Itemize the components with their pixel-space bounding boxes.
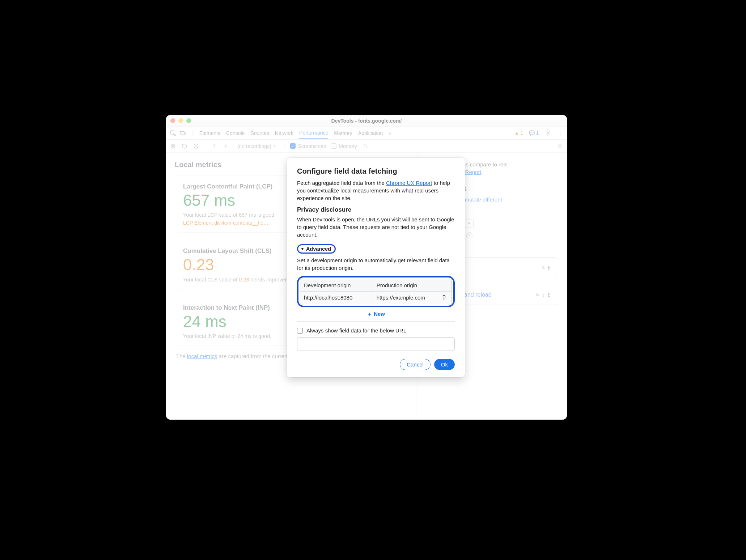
recording-selector[interactable]: (no recordings) ▾	[234, 142, 279, 150]
prod-origin-cell[interactable]: https://example.com	[373, 292, 437, 304]
settings-gear-icon[interactable]	[544, 130, 551, 136]
col-dev-origin: Development origin	[300, 279, 373, 292]
advanced-toggle[interactable]: ▼ Advanced	[297, 244, 336, 254]
garbage-collect-icon[interactable]	[362, 143, 369, 149]
origin-mapping-table: Development origin Production origin htt…	[300, 279, 452, 304]
tab-elements[interactable]: Elements	[199, 130, 220, 136]
col-actions	[436, 279, 452, 292]
dev-origin-cell[interactable]: http://localhost:8080	[300, 292, 373, 304]
advanced-description: Set a development origin to automaticall…	[297, 256, 455, 272]
svg-rect-2	[185, 132, 186, 135]
upload-icon[interactable]	[211, 143, 217, 149]
add-origin-button[interactable]: ＋ New	[367, 311, 385, 317]
download-icon[interactable]	[222, 143, 229, 149]
window-title: DevTools - fonts.google.com/	[166, 118, 567, 124]
origin-mapping-highlight: Development origin Production origin htt…	[297, 276, 455, 307]
more-menu-icon[interactable]: ⋮	[557, 130, 563, 136]
dialog-title: Configure field data fetching	[297, 167, 455, 175]
tab-sources[interactable]: Sources	[250, 130, 269, 136]
override-url-input[interactable]	[297, 337, 455, 351]
field-data-dialog: Configure field data fetching Fetch aggr…	[287, 158, 465, 377]
checkbox-icon	[297, 328, 303, 334]
panel-settings-gear-icon[interactable]	[557, 143, 563, 149]
screenshots-checkbox[interactable]: ✓Screenshots	[290, 143, 326, 149]
record-button[interactable]	[170, 143, 176, 149]
device-mode-icon[interactable]	[180, 130, 186, 136]
cancel-button[interactable]: Cancel	[400, 359, 431, 370]
reload-button[interactable]	[181, 143, 188, 149]
tab-console[interactable]: Console	[226, 130, 245, 136]
delete-row-button[interactable]	[436, 292, 452, 304]
svg-point-7	[559, 145, 561, 147]
disclosure-triangle-icon: ▼	[300, 246, 305, 251]
svg-point-5	[172, 145, 174, 147]
crux-link[interactable]: Chrome UX Report	[386, 180, 432, 186]
col-prod-origin: Production origin	[373, 279, 437, 292]
tab-overflow[interactable]: »	[389, 130, 391, 136]
ok-button[interactable]: Ok	[434, 359, 455, 370]
svg-rect-1	[181, 131, 185, 134]
local-metrics-link[interactable]: local metrics	[187, 353, 217, 359]
always-show-checkbox[interactable]: Always show field data for the below URL	[297, 327, 455, 334]
help-icon[interactable]: ?	[466, 232, 472, 238]
record-reload-shortcut: ⌘ ⇧ E	[536, 292, 551, 298]
privacy-heading: Privacy disclosure	[297, 206, 455, 213]
simulate-viewport-link[interactable]: simulate different	[461, 196, 502, 203]
window-titlebar: DevTools - fonts.google.com/	[166, 115, 567, 127]
tab-network[interactable]: Network	[275, 130, 293, 136]
tab-memory[interactable]: Memory	[334, 130, 352, 136]
inspect-element-icon[interactable]	[170, 130, 176, 136]
memory-checkbox[interactable]: Memory	[331, 143, 357, 149]
svg-point-3	[547, 132, 549, 134]
warnings-badge[interactable]: ▲ 1	[514, 130, 523, 136]
dialog-description: Fetch aggregated field data from the Chr…	[297, 179, 455, 202]
record-shortcut: ⌘ E	[542, 265, 551, 271]
devtools-window: DevTools - fonts.google.com/ | Elements …	[166, 115, 567, 420]
messages-badge[interactable]: 💬 1	[529, 130, 539, 136]
trash-icon	[441, 294, 447, 300]
tab-application[interactable]: Application	[358, 130, 383, 136]
privacy-body: When DevTools is open, the URLs you visi…	[297, 216, 455, 238]
clear-button[interactable]	[193, 143, 199, 149]
performance-toolbar: | (no recordings) ▾ | ✓Screenshots Memor…	[166, 140, 567, 153]
tab-performance[interactable]: Performance	[299, 130, 328, 139]
devtools-tabbar: | Elements Console Sources Network Perfo…	[166, 127, 567, 140]
